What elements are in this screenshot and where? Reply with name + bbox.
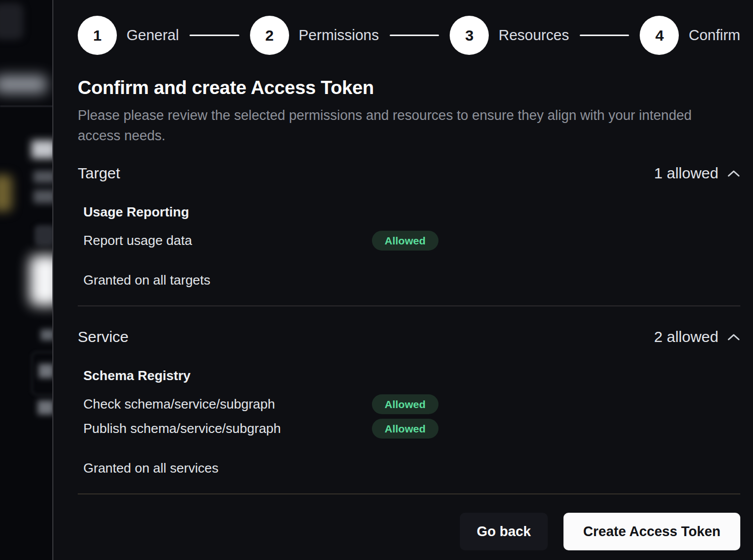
blurred-label [39, 364, 53, 378]
section-title: Service [78, 328, 129, 346]
section-target-collapse-toggle[interactable]: 1 allowed [654, 165, 740, 182]
step-confirm[interactable]: 4 Confirm [640, 16, 740, 55]
blurred-text-line [34, 171, 53, 183]
go-back-button[interactable]: Go back [460, 513, 548, 550]
section-service-collapse-toggle[interactable]: 2 allowed [654, 328, 740, 346]
step-connector [390, 35, 440, 36]
section-divider [78, 493, 740, 494]
blurred-label [38, 400, 53, 415]
permission-row: Report usage data Allowed [83, 231, 740, 251]
modal-footer: Go back Create Access Token [78, 513, 740, 550]
permission-label: Report usage data [83, 233, 372, 248]
chevron-up-icon [727, 170, 740, 177]
permission-label: Publish schema/service/subgraph [83, 421, 372, 437]
blurred-accent-blob [0, 175, 12, 211]
permission-group-heading: Usage Reporting [83, 204, 740, 220]
step-number-badge: 2 [250, 16, 289, 55]
granted-note: Granted on all services [78, 460, 740, 476]
create-access-token-button[interactable]: Create Access Token [563, 513, 740, 550]
permission-group-usage-reporting: Usage Reporting Report usage data Allowe… [78, 204, 740, 251]
blurred-app-logo [0, 3, 23, 40]
background-app-strip [0, 0, 53, 560]
step-label: Confirm [688, 27, 740, 44]
step-number-badge: 4 [640, 16, 679, 55]
section-target-header: Target 1 allowed [78, 164, 740, 182]
status-badge: Allowed [372, 231, 438, 251]
step-connector [580, 35, 630, 36]
step-number-badge: 1 [78, 16, 117, 55]
wizard-stepper: 1 General 2 Permissions 3 Resources 4 Co… [78, 16, 740, 55]
allowed-count: 2 allowed [654, 328, 718, 346]
blurred-icon-tile [35, 225, 53, 245]
blurred-text-line [34, 190, 53, 203]
permission-row: Check schema/service/subgraph Allowed [83, 394, 740, 414]
section-service-header: Service 2 allowed [78, 328, 740, 346]
permission-row: Publish schema/service/subgraph Allowed [83, 419, 740, 439]
permission-group-heading: Schema Registry [83, 368, 740, 383]
step-permissions[interactable]: 2 Permissions [250, 16, 379, 55]
permission-group-schema-registry: Schema Registry Check schema/service/sub… [78, 368, 740, 439]
chevron-up-icon [727, 333, 740, 341]
status-badge: Allowed [372, 419, 438, 439]
blurred-white-card [29, 255, 53, 306]
page-subtitle: Please please review the selected permis… [78, 105, 708, 146]
page-title: Confirm and create Access Token [78, 77, 740, 99]
create-access-token-modal: 1 General 2 Permissions 3 Resources 4 Co… [53, 0, 753, 560]
granted-note: Granted on all targets [78, 272, 740, 288]
step-connector [190, 35, 239, 36]
blurred-nav-item [0, 75, 47, 94]
blurred-divider-line [0, 106, 53, 107]
section-title: Target [78, 165, 120, 182]
permission-label: Check schema/service/subgraph [83, 396, 372, 412]
allowed-count: 1 allowed [654, 165, 718, 182]
step-label: Resources [498, 27, 569, 44]
step-general[interactable]: 1 General [78, 16, 179, 55]
blurred-heading-text [32, 140, 53, 159]
step-number-badge: 3 [450, 16, 489, 55]
step-label: Permissions [299, 27, 379, 44]
step-resources[interactable]: 3 Resources [450, 16, 569, 55]
step-label: General [127, 27, 179, 44]
status-badge: Allowed [372, 394, 438, 414]
blurred-label [41, 329, 53, 340]
section-divider [78, 305, 740, 306]
